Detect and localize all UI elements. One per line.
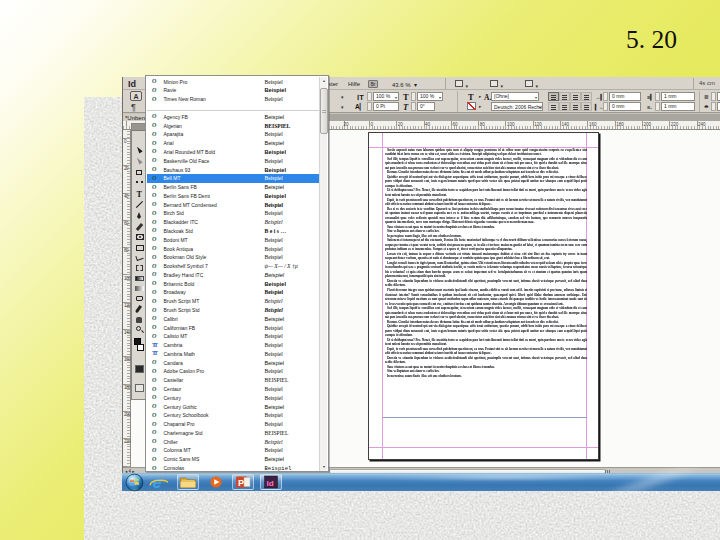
svg-text:Id: Id: [267, 479, 274, 488]
svg-text:P: P: [238, 478, 244, 488]
svg-text:e: e: [153, 474, 162, 490]
